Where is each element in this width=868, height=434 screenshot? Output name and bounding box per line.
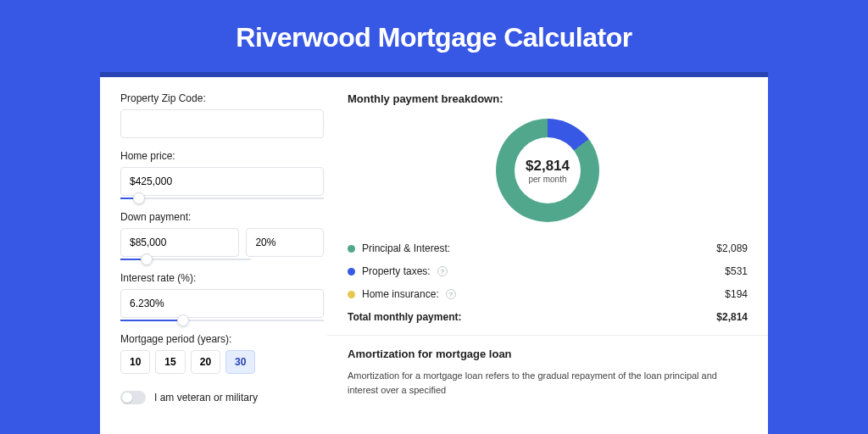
- donut-subtext: per month: [528, 175, 566, 184]
- legend-value: $2,089: [716, 242, 748, 254]
- slider-thumb[interactable]: [133, 192, 145, 204]
- rate-slider[interactable]: [120, 320, 324, 321]
- donut-amount: $2,814: [526, 158, 570, 175]
- veteran-toggle[interactable]: [120, 391, 146, 404]
- downpayment-slider[interactable]: [120, 259, 251, 260]
- info-icon[interactable]: ?: [446, 289, 456, 299]
- rate-label: Interest rate (%):: [120, 272, 324, 284]
- legend-row: Property taxes:?$531: [348, 265, 748, 277]
- legend-row: Principal & Interest:$2,089: [348, 242, 748, 254]
- zip-label: Property Zip Code:: [120, 92, 324, 104]
- slider-thumb[interactable]: [141, 253, 153, 265]
- period-option-10[interactable]: 10: [120, 350, 150, 374]
- legend-total-value: $2,814: [716, 311, 748, 323]
- legend-total-label: Total monthly payment:: [348, 311, 461, 323]
- amortization-body: Amortization for a mortgage loan refers …: [348, 369, 748, 397]
- breakdown-panel: Monthly payment breakdown: $2,814 per mo…: [348, 92, 748, 434]
- legend-dot: [348, 268, 355, 275]
- period-option-30[interactable]: 30: [225, 350, 255, 374]
- calculator-card: Property Zip Code: Home price: Down paym…: [100, 72, 768, 434]
- downpayment-label: Down payment:: [120, 211, 324, 223]
- downpayment-input[interactable]: [120, 228, 239, 257]
- legend-value: $531: [725, 265, 748, 277]
- legend-dot: [348, 291, 355, 298]
- zip-input[interactable]: [120, 109, 324, 138]
- amortization-title: Amortization for mortgage loan: [348, 348, 748, 360]
- homeprice-input[interactable]: [120, 167, 324, 196]
- legend-dot: [348, 245, 355, 253]
- homeprice-slider[interactable]: [120, 198, 324, 199]
- legend-value: $194: [725, 288, 748, 300]
- veteran-toggle-label: I am veteran or military: [154, 392, 258, 403]
- rate-input[interactable]: [120, 289, 324, 318]
- donut-chart: $2,814 per month: [348, 110, 748, 236]
- legend-label: Home insurance:: [362, 288, 439, 300]
- breakdown-title: Monthly payment breakdown:: [348, 92, 748, 105]
- legend-label: Principal & Interest:: [362, 242, 450, 254]
- form-panel: Property Zip Code: Home price: Down paym…: [120, 92, 324, 434]
- legend-row: Home insurance:?$194: [348, 288, 748, 300]
- homeprice-label: Home price:: [120, 150, 324, 162]
- period-label: Mortgage period (years):: [120, 333, 324, 345]
- period-option-20[interactable]: 20: [191, 350, 220, 374]
- divider: [327, 335, 768, 336]
- downpayment-pct-input[interactable]: [246, 228, 324, 257]
- slider-thumb[interactable]: [177, 314, 189, 326]
- page-title: Riverwood Mortgage Calculator: [0, 0, 868, 72]
- info-icon[interactable]: ?: [437, 266, 448, 276]
- period-option-15[interactable]: 15: [155, 350, 185, 374]
- legend: Principal & Interest:$2,089Property taxe…: [348, 242, 748, 323]
- legend-label: Property taxes:: [362, 265, 431, 277]
- legend-total-row: Total monthly payment:$2,814: [348, 311, 748, 323]
- period-options: 10152030: [120, 350, 324, 374]
